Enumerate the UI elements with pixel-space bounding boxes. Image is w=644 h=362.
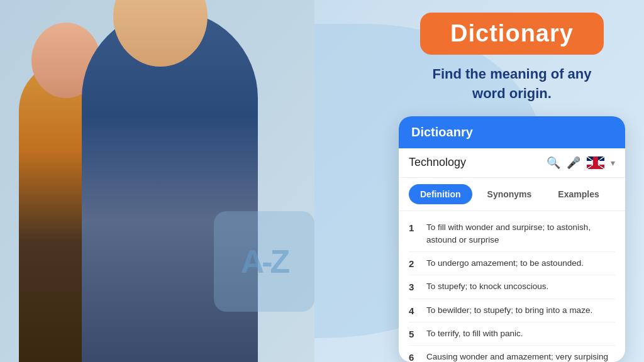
- definition-item-3: 3 To stupefy; to knock uncoscious.: [409, 275, 615, 299]
- def-number-3: 3: [409, 282, 419, 292]
- def-text-1: To fill with wonder and surpirse; to ast…: [426, 221, 615, 247]
- def-number-4: 4: [409, 305, 419, 316]
- tagline: Find the meaning of any word origin.: [432, 65, 591, 104]
- definition-item-6: 6 Causing wonder and amazement; very sur…: [409, 346, 615, 362]
- app-card: Dictioanry Technology 🔍 🎤 ▾ Definition S…: [399, 116, 625, 362]
- definition-item-5: 5 To terrify, to fill with panic.: [409, 322, 615, 346]
- definitions-list: 1 To fill with wonder and surpirse; to a…: [399, 211, 625, 362]
- tagline-line1: Find the meaning of any: [432, 66, 591, 82]
- tagline-line2: word origin.: [472, 85, 552, 101]
- def-text-4: To bewilder; to stupefy; to bring into a…: [426, 304, 592, 317]
- definition-item-4: 4 To bewilder; to stupefy; to bring into…: [409, 299, 615, 322]
- az-book-illustration: A-Z: [214, 211, 314, 312]
- mic-icon[interactable]: 🎤: [567, 156, 580, 170]
- tab-definition[interactable]: Definition: [409, 184, 472, 204]
- language-flag-icon[interactable]: [587, 156, 604, 169]
- def-number-6: 6: [409, 352, 419, 362]
- def-text-3: To stupefy; to knock uncoscious.: [426, 280, 548, 293]
- tab-examples[interactable]: Examples: [547, 184, 610, 204]
- def-number-1: 1: [409, 222, 419, 233]
- definition-item-1: 1 To fill with wonder and surpirse; to a…: [409, 216, 615, 253]
- search-icon[interactable]: 🔍: [547, 156, 560, 170]
- chevron-down-icon[interactable]: ▾: [611, 158, 615, 168]
- definition-item-2: 2 To undergo amazement; to be astounded.: [409, 252, 615, 275]
- def-text-5: To terrify, to fill with panic.: [426, 327, 523, 340]
- def-number-2: 2: [409, 258, 419, 269]
- right-section: Dictionary Find the meaning of any word …: [380, 0, 644, 362]
- search-bar[interactable]: Technology 🔍 🎤 ▾: [399, 148, 625, 178]
- app-header: Dictioanry: [399, 116, 625, 148]
- search-icons-group: 🔍 🎤 ▾: [547, 156, 615, 170]
- def-text-6: Causing wonder and amazement; very surpi…: [426, 351, 608, 362]
- dictionary-badge: Dictionary: [420, 13, 604, 55]
- people-section: A-Z: [0, 0, 314, 362]
- search-word: Technology: [409, 156, 541, 169]
- def-text-2: To undergo amazement; to be astounded.: [426, 257, 584, 270]
- tabs-bar: Definition Synonyms Examples: [399, 178, 625, 211]
- def-number-5: 5: [409, 329, 419, 339]
- app-header-title: Dictioanry: [411, 125, 473, 139]
- tab-synonyms[interactable]: Synonyms: [476, 184, 543, 204]
